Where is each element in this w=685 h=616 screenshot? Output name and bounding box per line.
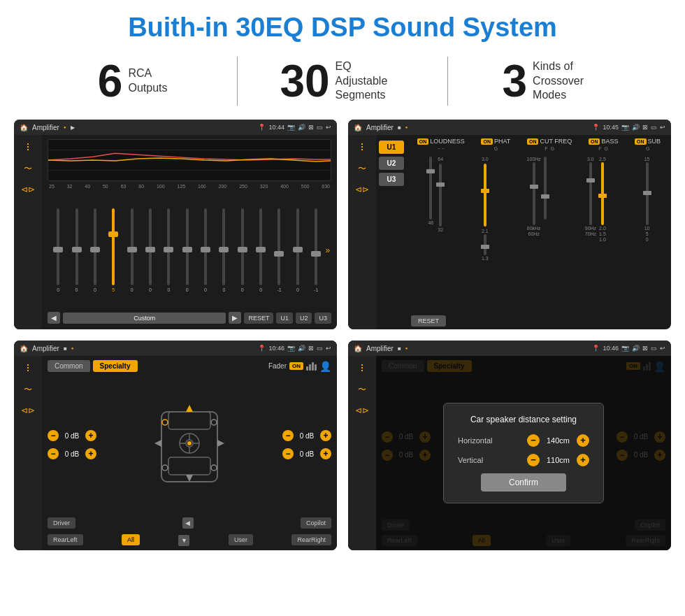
wave-icon-3[interactable]: 〜: [24, 384, 32, 396]
db-minus-tr[interactable]: −: [282, 430, 294, 441]
screen-eq: 🏠 Amplifier ● ▶ 📍 10:44 📷 🔊 ⊠ ▭ ↩ ⫶: [14, 120, 337, 329]
u1-btn[interactable]: U1: [276, 313, 293, 324]
screen-speaker: 🏠 Amplifier ■ ● 📍 10:46 📷 🔊 ⊠ ▭ ↩ ⫶: [14, 341, 337, 550]
vol-icon-2: 🔊: [632, 124, 640, 131]
svg-rect-5: [168, 457, 210, 475]
eq-icon-2[interactable]: ⫶: [359, 141, 365, 153]
rect-icon-4: ▭: [651, 345, 657, 352]
rearleft-btn[interactable]: RearLeft: [48, 534, 83, 545]
svg-rect-4: [168, 412, 210, 429]
db-row-br: − 0 dB +: [282, 448, 331, 459]
confirm-button[interactable]: Confirm: [481, 473, 566, 492]
dot-icon-4: ●: [405, 346, 408, 350]
eq-icon[interactable]: ⫶: [25, 141, 31, 153]
screen4-sidebar: ⫶ 〜 ⊲⊳: [348, 356, 376, 550]
crossover-channels-area: ON LOUDNESS ~~ ON PHAT: [407, 135, 671, 329]
screen4-main: Common Specialty ON 👤: [376, 356, 671, 550]
u2-btn[interactable]: U2: [296, 313, 312, 324]
driver-btn[interactable]: Driver: [48, 517, 75, 529]
all-btn[interactable]: All: [122, 534, 140, 545]
topbar3-right: 📍 10:46 📷 🔊 ⊠ ▭ ↩: [258, 345, 331, 352]
dot-icon-1: ●: [64, 125, 66, 129]
db-plus-tr[interactable]: +: [320, 430, 331, 441]
stat-divider-1: [237, 57, 238, 106]
cutfreq-label: CUT FREQ: [540, 138, 572, 145]
u3-btn[interactable]: U3: [315, 313, 331, 324]
dot-icon-3: ●: [71, 346, 74, 350]
phat-label: PHAT: [494, 138, 510, 145]
vol-icon-3: 🔊: [298, 345, 305, 352]
eq-panel: 253240506380100125160200250320400500630 …: [42, 135, 337, 329]
stat-divider-2: [447, 57, 448, 106]
db-plus-tl[interactable]: +: [85, 430, 96, 441]
expand-icon[interactable]: »: [325, 245, 330, 255]
db-val-tl: 0 dB: [62, 432, 82, 440]
speaker-icon-3[interactable]: ⊲⊳: [21, 406, 35, 415]
time-1: 10:44: [268, 124, 284, 131]
u1-preset-btn[interactable]: U1: [379, 141, 404, 154]
eq-icon-3[interactable]: ⫶: [25, 361, 31, 374]
custom-btn[interactable]: Custom: [63, 313, 226, 324]
rect-icon-3: ▭: [317, 345, 323, 352]
screen3-main: Common Specialty Fader ON: [42, 356, 337, 550]
db-minus-tl[interactable]: −: [48, 430, 59, 441]
arrow-down[interactable]: ▼: [178, 535, 189, 546]
horizontal-plus[interactable]: +: [577, 434, 589, 447]
db-minus-br[interactable]: −: [282, 448, 294, 459]
topbar4-right: 📍 10:46 📷 🔊 ⊠ ▭ ↩: [592, 345, 665, 352]
speaker-icon-2[interactable]: ⊲⊳: [355, 185, 369, 194]
tab-row-3: Common Specialty Fader ON: [48, 360, 331, 372]
back-icon-4: ↩: [660, 345, 665, 352]
fader-label: Fader: [268, 362, 287, 370]
horizontal-row: Horizontal − 140cm +: [458, 434, 589, 447]
u3-preset-btn[interactable]: U3: [379, 173, 404, 186]
horizontal-label: Horizontal: [458, 436, 493, 445]
screen1-body: ⫶ 〜 ⊲⊳ 253240506: [14, 135, 337, 329]
eq-slider-11: 0: [252, 208, 270, 292]
page-root: Buith-in 30EQ DSP Sound System 6 RCAOutp…: [0, 0, 685, 616]
screen2-body: ⫶ 〜 ⊲⊳ U1 U2 U3 ON LOUDNESS: [348, 135, 671, 329]
speaker-icon-4[interactable]: ⊲⊳: [355, 406, 369, 415]
eq-slider-7: 0: [178, 208, 196, 292]
eq-icon-4[interactable]: ⫶: [359, 361, 365, 374]
horizontal-minus[interactable]: −: [527, 434, 540, 447]
prev-preset-btn[interactable]: ◀: [48, 312, 60, 324]
speaker-icon[interactable]: ⊲⊳: [21, 185, 35, 194]
db-plus-br[interactable]: +: [320, 448, 331, 459]
vertical-plus[interactable]: +: [577, 454, 589, 466]
eq-slider-6: 0: [159, 208, 178, 292]
common-tab[interactable]: Common: [48, 360, 90, 372]
dialog-box: Car speaker distance setting Horizontal …: [443, 403, 604, 503]
copilot-btn[interactable]: Copilot: [301, 517, 331, 529]
stat-rca: 6 RCAOutputs: [42, 59, 223, 103]
u2-preset-btn[interactable]: U2: [379, 157, 404, 170]
reset-btn[interactable]: RESET: [244, 313, 273, 324]
wave-icon[interactable]: 〜: [24, 163, 32, 175]
db-plus-bl[interactable]: +: [85, 448, 96, 459]
arrow-left[interactable]: ◀: [182, 517, 194, 529]
specialty-tab[interactable]: Specialty: [93, 360, 138, 372]
xover-reset-btn[interactable]: RESET: [411, 315, 446, 327]
grid-icon-4: ⊠: [642, 345, 648, 352]
car-diagram: [147, 391, 231, 499]
svg-point-12: [162, 420, 168, 425]
camera-icon-1: 📷: [287, 124, 295, 131]
screen4-topbar: 🏠 Amplifier ■ ● 📍 10:46 📷 🔊 ⊠ ▭ ↩: [348, 341, 671, 356]
rearright-btn[interactable]: RearRight: [291, 534, 331, 545]
user-btn[interactable]: User: [229, 534, 253, 545]
wave-icon-2[interactable]: 〜: [358, 163, 366, 175]
eq-graph: [48, 139, 331, 181]
wave-icon-4[interactable]: 〜: [358, 384, 366, 396]
vertical-minus[interactable]: −: [527, 454, 540, 466]
vol-icon-4: 🔊: [632, 345, 640, 352]
camera-icon-3: 📷: [287, 345, 295, 352]
play-preset-btn[interactable]: ▶: [229, 312, 241, 324]
svg-marker-19: [154, 440, 161, 447]
eq-slider-0: 0: [49, 208, 67, 292]
crossover-presets: U1 U2 U3: [376, 135, 407, 329]
stat-number-3: 3: [503, 59, 528, 103]
svg-point-15: [211, 465, 217, 471]
db-minus-bl[interactable]: −: [48, 448, 59, 459]
time-3: 10:46: [268, 345, 284, 352]
db-val-br: 0 dB: [296, 450, 317, 458]
